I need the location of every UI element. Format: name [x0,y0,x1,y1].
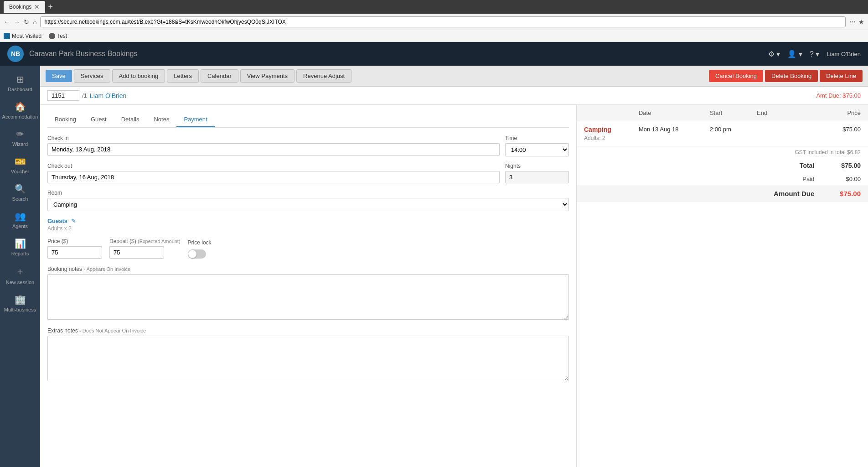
sidebar-item-new-session[interactable]: ＋ New session [0,261,40,290]
delete-booking-button[interactable]: Delete Booking [765,70,818,82]
sidebar-item-accommodation[interactable]: 🏠 Accommodation [0,97,40,124]
paid-amount: $0.00 [822,173,868,185]
booking-slash: /1 [82,92,87,99]
sidebar-reports-label: Reports [11,251,29,256]
sidebar-search-label: Search [12,196,28,202]
nights-input[interactable] [505,171,569,183]
gst-row: GST included in total $6.82 [577,146,868,159]
settings-button[interactable]: ⚙ ▾ [768,50,780,58]
price-lock-toggle[interactable] [188,249,206,259]
browser-toolbar: ← → ↻ ⌂ ⋯ ★ [0,14,868,30]
main-body: ⊞ Dashboard 🏠 Accommodation ✏ Wizard 🎫 V… [0,66,868,467]
help-button[interactable]: ? ▾ [810,50,819,58]
toolbar: Save Services Add to booking Letters Cal… [40,66,868,87]
sidebar-item-multi-business[interactable]: 🏢 Multi-business [0,290,40,317]
customer-name[interactable]: Liam O'Brien [90,92,126,99]
sidebar-item-voucher[interactable]: 🎫 Voucher [0,151,40,179]
col-date: Date [631,105,703,121]
check-in-label: Check in [47,135,500,141]
price-input[interactable] [47,246,102,259]
forward-button[interactable]: → [14,18,20,26]
extras-notes-textarea[interactable] [47,336,569,381]
multi-business-icon: 🏢 [15,294,26,305]
check-out-col: Check out [47,163,500,183]
fav-nb-icon [4,33,10,39]
calendar-button[interactable]: Calendar [201,69,238,83]
header-right: ⚙ ▾ 👤 ▾ ? ▾ Liam O'Brien [768,50,861,58]
total-amount: $75.00 [822,158,868,173]
sidebar-item-search[interactable]: 🔍 Search [0,179,40,206]
guests-edit-icon[interactable]: ✎ [71,218,76,224]
sidebar-item-agents[interactable]: 👥 Agents [0,206,40,234]
paid-row: Paid $0.00 [577,173,868,185]
add-to-booking-button[interactable]: Add to booking [112,69,165,83]
new-tab-icon[interactable]: + [48,2,53,12]
revenue-adjust-button[interactable]: Revenue Adjust [296,69,351,83]
fav-most-visited[interactable]: Most Visited [4,33,41,39]
tab-guest[interactable]: Guest [83,112,114,127]
amount-due-amount: $75.00 [822,185,868,202]
sidebar-item-dashboard[interactable]: ⊞ Dashboard [0,69,40,97]
sidebar-wizard-label: Wizard [12,141,28,147]
refresh-button[interactable]: ↻ [24,18,29,26]
fav-test[interactable]: Test [49,33,67,39]
tab-details[interactable]: Details [114,112,147,127]
deposit-col: Deposit ($) (Expected Amount) [109,238,181,259]
browser-tab[interactable]: Bookings ✕ [4,1,45,13]
sidebar-new-session-label: New session [6,280,34,285]
favorites-bar: Most Visited Test [0,30,868,42]
price-lock-toggle-wrap [188,249,212,259]
tab-booking[interactable]: Booking [47,112,83,127]
booking-end-cell [749,121,822,146]
content-area: Save Services Add to booking Letters Cal… [40,66,868,467]
summary-table: Date Start End Price Camping Adults: 2 [577,105,868,202]
time-select[interactable]: 14:00 [505,143,569,156]
tab-payment[interactable]: Payment [176,112,214,127]
extensions-icon[interactable]: ⋯ [849,18,856,26]
sidebar-item-reports[interactable]: 📊 Reports [0,234,40,261]
view-payments-button[interactable]: View Payments [240,69,294,83]
app-logo: NB [7,46,24,62]
room-row: Room Camping [47,190,569,211]
booking-notes-textarea[interactable] [47,274,569,320]
time-label: Time [505,135,569,141]
amount-due-label: Amount Due [749,185,822,202]
deposit-sublabel: (Expected Amount) [138,239,181,244]
check-in-input[interactable] [47,143,500,156]
nights-label: Nights [505,163,569,169]
booking-notes-label: Booking notes - Appears On Invoice [47,266,569,272]
check-out-input[interactable] [47,171,500,183]
fav-test-label: Test [57,33,67,39]
booking-id-input[interactable] [47,90,79,101]
bookmark-icon[interactable]: ★ [858,18,864,26]
tab-notes[interactable]: Notes [146,112,176,127]
letters-button[interactable]: Letters [167,69,199,83]
total-label: Total [749,158,822,173]
booking-price-cell: $75.00 [822,121,868,146]
browser-chrome: Bookings ✕ + [0,0,868,14]
url-bar[interactable] [40,16,846,27]
services-button[interactable]: Services [74,69,110,83]
tab-close-icon[interactable]: ✕ [34,3,40,10]
room-select[interactable]: Camping [47,198,569,211]
fav-test-icon [49,33,55,39]
nights-col: Nights [505,163,569,183]
home-button[interactable]: ⌂ [33,18,36,26]
deposit-input[interactable] [109,246,164,259]
cancel-booking-button[interactable]: Cancel Booking [709,70,763,82]
check-in-cols: Check in Time 14:00 [47,135,569,156]
check-in-row: Check in Time 14:00 [47,135,569,156]
check-out-cols: Check out Nights [47,163,569,183]
user-button[interactable]: 👤 ▾ [787,50,802,58]
room-label: Room [47,190,569,196]
sidebar-voucher-label: Voucher [11,169,29,174]
save-button[interactable]: Save [46,70,72,82]
sidebar-item-wizard[interactable]: ✏ Wizard [0,124,40,151]
sidebar-multi-business-label: Multi-business [4,307,36,312]
back-button[interactable]: ← [4,18,10,26]
price-label: Price ($) [47,238,102,244]
tabs: Booking Guest Details Notes Payment [47,112,569,128]
left-panel: Booking Guest Details Notes Payment Chec… [40,105,576,467]
tab-title: Bookings [9,4,31,10]
delete-line-button[interactable]: Delete Line [820,70,863,82]
